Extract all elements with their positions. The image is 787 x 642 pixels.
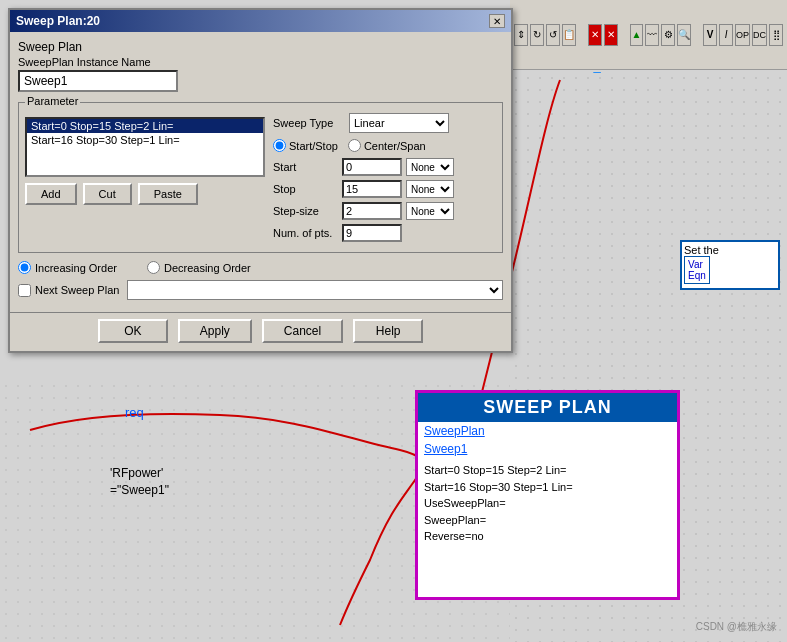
radio-start-stop-input[interactable]: [273, 139, 286, 152]
sweep-plan-content: Start=0 Stop=15 Step=2 Lin= Start=16 Sto…: [418, 458, 677, 549]
toolbar-icon-8[interactable]: 〰: [645, 24, 659, 46]
dialog-titlebar: Sweep Plan:20 ✕: [10, 10, 511, 32]
instance-name-label: SweepPlan Instance Name: [18, 56, 503, 68]
start-input[interactable]: [342, 158, 402, 176]
rfpower-label: 'RFpower' ="Sweep1": [110, 465, 169, 499]
radio-center-span[interactable]: Center/Span: [348, 139, 426, 152]
sweep-content-line2: Start=16 Stop=30 Step=1 Lin=: [424, 479, 671, 496]
num-pts-input[interactable]: [342, 224, 402, 242]
param-list-section: Start=0 Stop=15 Step=2 Lin= Start=16 Sto…: [25, 113, 265, 246]
param-buttons: Add Cut Paste: [25, 183, 265, 205]
sweep-type-label: Sweep Type: [273, 117, 343, 129]
close-button[interactable]: ✕: [489, 14, 505, 28]
watermark: CSDN @樵雅永缘: [696, 620, 777, 634]
next-sweep-plan-row: Next Sweep Plan: [18, 280, 503, 300]
toolbar-icon-v[interactable]: V: [703, 24, 717, 46]
radio-center-span-input[interactable]: [348, 139, 361, 152]
apply-button[interactable]: Apply: [178, 319, 252, 343]
order-row: Increasing Order Decreasing Order: [18, 261, 503, 274]
toolbar-icon-10[interactable]: 🔍: [677, 24, 691, 46]
radio-row: Start/Stop Center/Span: [273, 139, 496, 152]
param-item-1[interactable]: Start=0 Stop=15 Step=2 Lin=: [27, 119, 263, 133]
paste-button[interactable]: Paste: [138, 183, 198, 205]
sweep-content-line1: Start=0 Stop=15 Step=2 Lin=: [424, 462, 671, 479]
sweep-content-line3: UseSweepPlan=: [424, 495, 671, 512]
dialog-body: Sweep Plan SweepPlan Instance Name Param…: [10, 32, 511, 308]
param-item-2[interactable]: Start=16 Stop=30 Step=1 Lin=: [27, 133, 263, 147]
increasing-order-input[interactable]: [18, 261, 31, 274]
dialog-title: Sweep Plan:20: [16, 14, 100, 28]
toolbar-icon-1[interactable]: ⇕: [514, 24, 528, 46]
toolbar-icon-7[interactable]: ▲: [630, 24, 644, 46]
req-label: req: [125, 405, 144, 420]
toolbar-icon-5[interactable]: ✕: [588, 24, 602, 46]
param-right-section: Sweep Type Linear Log List Start/Stop: [273, 113, 496, 246]
num-pts-label: Num. of pts.: [273, 227, 338, 239]
step-size-label: Step-size: [273, 205, 338, 217]
step-size-input[interactable]: [342, 202, 402, 220]
add-button[interactable]: Add: [25, 183, 77, 205]
stop-label: Stop: [273, 183, 338, 195]
parameter-group: Parameter Start=0 Stop=15 Step=2 Lin= St…: [18, 102, 503, 253]
ok-button[interactable]: OK: [98, 319, 168, 343]
sweep-type-select[interactable]: Linear Log List: [349, 113, 449, 133]
toolbar-icon-grid[interactable]: ⣿: [769, 24, 783, 46]
toolbar-icon-6[interactable]: ✕: [604, 24, 618, 46]
sweep-plan-dialog: Sweep Plan:20 ✕ Sweep Plan SweepPlan Ins…: [8, 8, 513, 353]
decreasing-order-input[interactable]: [147, 261, 160, 274]
set-the-label: Set the: [684, 244, 776, 256]
toolbar-icon-4[interactable]: 📋: [562, 24, 576, 46]
cut-button[interactable]: Cut: [83, 183, 132, 205]
toolbar: ⇕ ↻ ↺ 📋 ✕ ✕ ▲ 〰 ⚙ 🔍 V I OP DC ⣿: [510, 0, 787, 70]
step-size-field-row: Step-size None: [273, 202, 496, 220]
instance-name-input[interactable]: [18, 70, 178, 92]
sweep-type-row: Sweep Type Linear Log List: [273, 113, 496, 133]
increasing-order-radio[interactable]: Increasing Order: [18, 261, 117, 274]
toolbar-icon-dc[interactable]: DC: [752, 24, 767, 46]
help-button[interactable]: Help: [353, 319, 423, 343]
param-list[interactable]: Start=0 Stop=15 Step=2 Lin= Start=16 Sto…: [25, 117, 265, 177]
step-size-unit-select[interactable]: None: [406, 202, 454, 220]
stop-input[interactable]: [342, 180, 402, 198]
num-pts-field-row: Num. of pts.: [273, 224, 496, 242]
sweep-plan-link2[interactable]: Sweep1: [418, 440, 677, 458]
stop-field-row: Stop None: [273, 180, 496, 198]
start-label: Start: [273, 161, 338, 173]
sweep-plan-link1[interactable]: SweepPlan: [418, 422, 677, 440]
decreasing-order-radio[interactable]: Decreasing Order: [147, 261, 251, 274]
radio-start-stop[interactable]: Start/Stop: [273, 139, 338, 152]
sweep-plan-section-label: Sweep Plan: [18, 40, 503, 54]
sweep-content-line5: Reverse=no: [424, 528, 671, 545]
set-the-box: Set the VarEqn: [680, 240, 780, 290]
next-sweep-plan-select[interactable]: [127, 280, 503, 300]
toolbar-icon-i[interactable]: I: [719, 24, 733, 46]
toolbar-icon-2[interactable]: ↻: [530, 24, 544, 46]
toolbar-icon-9[interactable]: ⚙: [661, 24, 675, 46]
dialog-footer: OK Apply Cancel Help: [10, 312, 511, 351]
sweep-plan-component: SWEEP PLAN SweepPlan Sweep1 Start=0 Stop…: [415, 390, 680, 600]
toolbar-icon-op[interactable]: OP: [735, 24, 750, 46]
next-sweep-plan-checkbox[interactable]: [18, 284, 31, 297]
start-field-row: Start None: [273, 158, 496, 176]
sweep-plan-title: SWEEP PLAN: [418, 393, 677, 422]
var-eqn-box[interactable]: VarEqn: [684, 256, 710, 284]
start-unit-select[interactable]: None: [406, 158, 454, 176]
toolbar-icon-3[interactable]: ↺: [546, 24, 560, 46]
sweep-content-line4: SweepPlan=: [424, 512, 671, 529]
cancel-button[interactable]: Cancel: [262, 319, 343, 343]
parameter-group-title: Parameter: [25, 95, 80, 107]
stop-unit-select[interactable]: None: [406, 180, 454, 198]
next-sweep-plan-checkbox-label[interactable]: Next Sweep Plan: [18, 284, 119, 297]
